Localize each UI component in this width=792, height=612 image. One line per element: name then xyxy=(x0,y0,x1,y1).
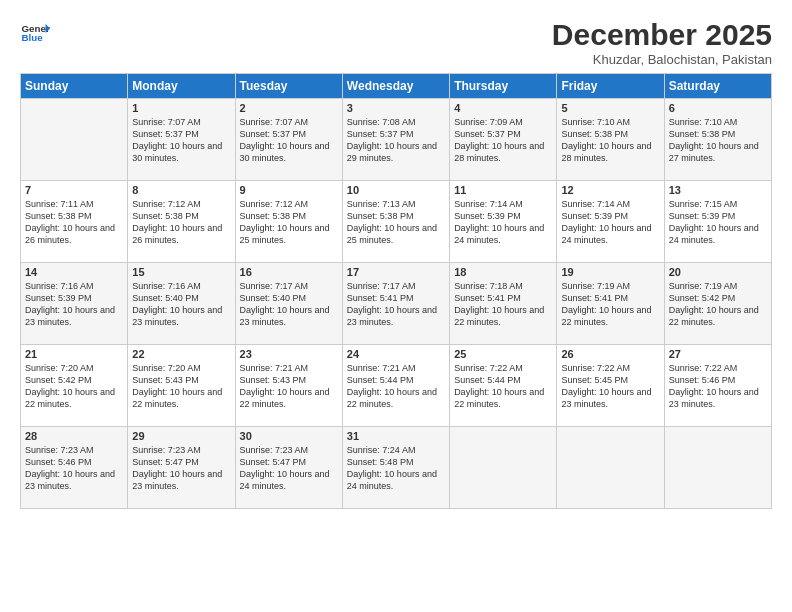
cell-info: Sunrise: 7:07 AMSunset: 5:37 PMDaylight:… xyxy=(240,116,338,165)
cell-info: Sunrise: 7:13 AMSunset: 5:38 PMDaylight:… xyxy=(347,198,445,247)
cell-w4-d0: 28Sunrise: 7:23 AMSunset: 5:46 PMDayligh… xyxy=(21,427,128,509)
day-number: 27 xyxy=(669,348,767,360)
day-number: 1 xyxy=(132,102,230,114)
cell-w1-d0: 7Sunrise: 7:11 AMSunset: 5:38 PMDaylight… xyxy=(21,181,128,263)
cell-w4-d3: 31Sunrise: 7:24 AMSunset: 5:48 PMDayligh… xyxy=(342,427,449,509)
day-number: 13 xyxy=(669,184,767,196)
cell-info: Sunrise: 7:16 AMSunset: 5:39 PMDaylight:… xyxy=(25,280,123,329)
cell-info: Sunrise: 7:11 AMSunset: 5:38 PMDaylight:… xyxy=(25,198,123,247)
cell-w3-d2: 23Sunrise: 7:21 AMSunset: 5:43 PMDayligh… xyxy=(235,345,342,427)
day-number: 28 xyxy=(25,430,123,442)
day-number: 25 xyxy=(454,348,552,360)
week-row-1: 7Sunrise: 7:11 AMSunset: 5:38 PMDaylight… xyxy=(21,181,772,263)
day-number: 31 xyxy=(347,430,445,442)
day-number: 14 xyxy=(25,266,123,278)
cell-info: Sunrise: 7:19 AMSunset: 5:41 PMDaylight:… xyxy=(561,280,659,329)
cell-info: Sunrise: 7:14 AMSunset: 5:39 PMDaylight:… xyxy=(454,198,552,247)
header-monday: Monday xyxy=(128,74,235,99)
header-thursday: Thursday xyxy=(450,74,557,99)
cell-info: Sunrise: 7:20 AMSunset: 5:43 PMDaylight:… xyxy=(132,362,230,411)
cell-w2-d6: 20Sunrise: 7:19 AMSunset: 5:42 PMDayligh… xyxy=(664,263,771,345)
cell-info: Sunrise: 7:10 AMSunset: 5:38 PMDaylight:… xyxy=(561,116,659,165)
cell-w0-d1: 1Sunrise: 7:07 AMSunset: 5:37 PMDaylight… xyxy=(128,99,235,181)
day-number: 20 xyxy=(669,266,767,278)
cell-w1-d2: 9Sunrise: 7:12 AMSunset: 5:38 PMDaylight… xyxy=(235,181,342,263)
header-row: Sunday Monday Tuesday Wednesday Thursday… xyxy=(21,74,772,99)
cell-w4-d5 xyxy=(557,427,664,509)
cell-info: Sunrise: 7:12 AMSunset: 5:38 PMDaylight:… xyxy=(240,198,338,247)
cell-info: Sunrise: 7:23 AMSunset: 5:47 PMDaylight:… xyxy=(240,444,338,493)
cell-w4-d1: 29Sunrise: 7:23 AMSunset: 5:47 PMDayligh… xyxy=(128,427,235,509)
cell-w0-d5: 5Sunrise: 7:10 AMSunset: 5:38 PMDaylight… xyxy=(557,99,664,181)
day-number: 18 xyxy=(454,266,552,278)
cell-w0-d6: 6Sunrise: 7:10 AMSunset: 5:38 PMDaylight… xyxy=(664,99,771,181)
header-tuesday: Tuesday xyxy=(235,74,342,99)
cell-info: Sunrise: 7:23 AMSunset: 5:46 PMDaylight:… xyxy=(25,444,123,493)
cell-w2-d1: 15Sunrise: 7:16 AMSunset: 5:40 PMDayligh… xyxy=(128,263,235,345)
cell-info: Sunrise: 7:09 AMSunset: 5:37 PMDaylight:… xyxy=(454,116,552,165)
header-friday: Friday xyxy=(557,74,664,99)
cell-info: Sunrise: 7:17 AMSunset: 5:40 PMDaylight:… xyxy=(240,280,338,329)
cell-info: Sunrise: 7:15 AMSunset: 5:39 PMDaylight:… xyxy=(669,198,767,247)
cell-w1-d5: 12Sunrise: 7:14 AMSunset: 5:39 PMDayligh… xyxy=(557,181,664,263)
cell-w4-d6 xyxy=(664,427,771,509)
location: Khuzdar, Balochistan, Pakistan xyxy=(552,52,772,67)
day-number: 8 xyxy=(132,184,230,196)
header-saturday: Saturday xyxy=(664,74,771,99)
cell-w2-d4: 18Sunrise: 7:18 AMSunset: 5:41 PMDayligh… xyxy=(450,263,557,345)
cell-info: Sunrise: 7:07 AMSunset: 5:37 PMDaylight:… xyxy=(132,116,230,165)
day-number: 26 xyxy=(561,348,659,360)
header-wednesday: Wednesday xyxy=(342,74,449,99)
cell-w2-d0: 14Sunrise: 7:16 AMSunset: 5:39 PMDayligh… xyxy=(21,263,128,345)
cell-w1-d6: 13Sunrise: 7:15 AMSunset: 5:39 PMDayligh… xyxy=(664,181,771,263)
header-sunday: Sunday xyxy=(21,74,128,99)
cell-w3-d0: 21Sunrise: 7:20 AMSunset: 5:42 PMDayligh… xyxy=(21,345,128,427)
month-title: December 2025 xyxy=(552,18,772,52)
cell-w2-d2: 16Sunrise: 7:17 AMSunset: 5:40 PMDayligh… xyxy=(235,263,342,345)
cell-w2-d5: 19Sunrise: 7:19 AMSunset: 5:41 PMDayligh… xyxy=(557,263,664,345)
cell-info: Sunrise: 7:17 AMSunset: 5:41 PMDaylight:… xyxy=(347,280,445,329)
day-number: 30 xyxy=(240,430,338,442)
cell-info: Sunrise: 7:24 AMSunset: 5:48 PMDaylight:… xyxy=(347,444,445,493)
calendar-table: Sunday Monday Tuesday Wednesday Thursday… xyxy=(20,73,772,509)
page: General Blue December 2025 Khuzdar, Balo… xyxy=(0,0,792,612)
cell-w0-d4: 4Sunrise: 7:09 AMSunset: 5:37 PMDaylight… xyxy=(450,99,557,181)
cell-info: Sunrise: 7:10 AMSunset: 5:38 PMDaylight:… xyxy=(669,116,767,165)
day-number: 29 xyxy=(132,430,230,442)
day-number: 23 xyxy=(240,348,338,360)
week-row-2: 14Sunrise: 7:16 AMSunset: 5:39 PMDayligh… xyxy=(21,263,772,345)
logo-icon: General Blue xyxy=(20,18,50,48)
cell-info: Sunrise: 7:14 AMSunset: 5:39 PMDaylight:… xyxy=(561,198,659,247)
day-number: 21 xyxy=(25,348,123,360)
cell-w0-d0 xyxy=(21,99,128,181)
cell-w3-d4: 25Sunrise: 7:22 AMSunset: 5:44 PMDayligh… xyxy=(450,345,557,427)
day-number: 24 xyxy=(347,348,445,360)
cell-info: Sunrise: 7:12 AMSunset: 5:38 PMDaylight:… xyxy=(132,198,230,247)
cell-info: Sunrise: 7:23 AMSunset: 5:47 PMDaylight:… xyxy=(132,444,230,493)
day-number: 3 xyxy=(347,102,445,114)
day-number: 17 xyxy=(347,266,445,278)
cell-w2-d3: 17Sunrise: 7:17 AMSunset: 5:41 PMDayligh… xyxy=(342,263,449,345)
cell-info: Sunrise: 7:21 AMSunset: 5:43 PMDaylight:… xyxy=(240,362,338,411)
day-number: 5 xyxy=(561,102,659,114)
cell-w0-d3: 3Sunrise: 7:08 AMSunset: 5:37 PMDaylight… xyxy=(342,99,449,181)
cell-w1-d3: 10Sunrise: 7:13 AMSunset: 5:38 PMDayligh… xyxy=(342,181,449,263)
week-row-0: 1Sunrise: 7:07 AMSunset: 5:37 PMDaylight… xyxy=(21,99,772,181)
cell-w4-d4 xyxy=(450,427,557,509)
day-number: 6 xyxy=(669,102,767,114)
day-number: 19 xyxy=(561,266,659,278)
day-number: 12 xyxy=(561,184,659,196)
day-number: 15 xyxy=(132,266,230,278)
header: General Blue December 2025 Khuzdar, Balo… xyxy=(20,18,772,67)
cell-info: Sunrise: 7:22 AMSunset: 5:45 PMDaylight:… xyxy=(561,362,659,411)
day-number: 7 xyxy=(25,184,123,196)
logo: General Blue xyxy=(20,18,50,48)
cell-info: Sunrise: 7:16 AMSunset: 5:40 PMDaylight:… xyxy=(132,280,230,329)
day-number: 9 xyxy=(240,184,338,196)
cell-w4-d2: 30Sunrise: 7:23 AMSunset: 5:47 PMDayligh… xyxy=(235,427,342,509)
title-block: December 2025 Khuzdar, Balochistan, Paki… xyxy=(552,18,772,67)
cell-w1-d1: 8Sunrise: 7:12 AMSunset: 5:38 PMDaylight… xyxy=(128,181,235,263)
day-number: 4 xyxy=(454,102,552,114)
cell-w1-d4: 11Sunrise: 7:14 AMSunset: 5:39 PMDayligh… xyxy=(450,181,557,263)
cell-info: Sunrise: 7:21 AMSunset: 5:44 PMDaylight:… xyxy=(347,362,445,411)
